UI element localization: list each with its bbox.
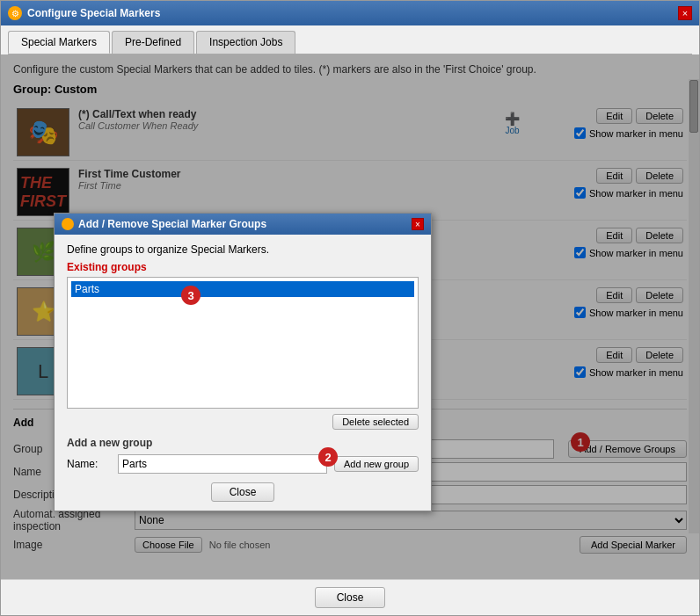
bottom-close-button[interactable]: Close — [315, 587, 386, 608]
main-window: ⚙ Configure Special Markers × Special Ma… — [0, 0, 700, 616]
badge-3: 3 — [181, 286, 201, 305]
tab-inspection-jobs[interactable]: Inspection Jobs — [196, 31, 295, 54]
modal-desc: Define groups to organize Special Marker… — [67, 243, 419, 256]
title-bar-left: ⚙ Configure Special Markers — [8, 6, 160, 20]
tab-special-markers[interactable]: Special Markers — [8, 31, 110, 54]
tabs-container: Special Markers Pre-Defined Inspection J… — [1, 25, 699, 54]
modal-title-icon — [62, 218, 74, 230]
modal-new-group-label: Add a new group — [67, 437, 419, 449]
app-icon: ⚙ — [8, 6, 22, 20]
main-content: Configure the custom Special Markers tha… — [1, 54, 699, 579]
listbox-container: Parts 3 — [67, 277, 419, 409]
modal-close-btn[interactable]: Close — [211, 482, 275, 502]
modal-name-input[interactable] — [118, 454, 327, 474]
modal-content: Define groups to organize Special Marker… — [55, 235, 431, 511]
modal-bottom: Close — [67, 482, 419, 502]
window-close-button[interactable]: × — [678, 6, 692, 20]
modal-overlay: Add / Remove Special Marker Groups × Def… — [1, 54, 699, 579]
title-bar: ⚙ Configure Special Markers × — [1, 1, 699, 25]
modal-title-left: Add / Remove Special Marker Groups — [62, 218, 266, 230]
badge-2: 2 — [318, 447, 338, 467]
bottom-buttons: Close — [1, 579, 699, 615]
add-new-group-button[interactable]: Add new group — [334, 456, 419, 472]
modal-title-text: Add / Remove Special Marker Groups — [78, 218, 266, 230]
modal-delete-row: Delete selected — [67, 414, 419, 430]
delete-selected-button[interactable]: Delete selected — [332, 414, 419, 430]
modal-listbox[interactable]: Parts — [67, 277, 419, 409]
modal-name-label: Name: — [67, 458, 111, 470]
modal-groups-label: Existing groups — [67, 261, 419, 273]
modal-title-bar: Add / Remove Special Marker Groups × — [55, 214, 431, 235]
modal-name-row: Name: 2 Add new group — [67, 454, 419, 474]
tab-pre-defined[interactable]: Pre-Defined — [112, 31, 194, 54]
modal-dialog: Add / Remove Special Marker Groups × Def… — [54, 213, 432, 511]
modal-close-button[interactable]: × — [412, 218, 424, 230]
list-item-parts[interactable]: Parts — [71, 281, 414, 297]
window-title: Configure Special Markers — [27, 7, 160, 19]
